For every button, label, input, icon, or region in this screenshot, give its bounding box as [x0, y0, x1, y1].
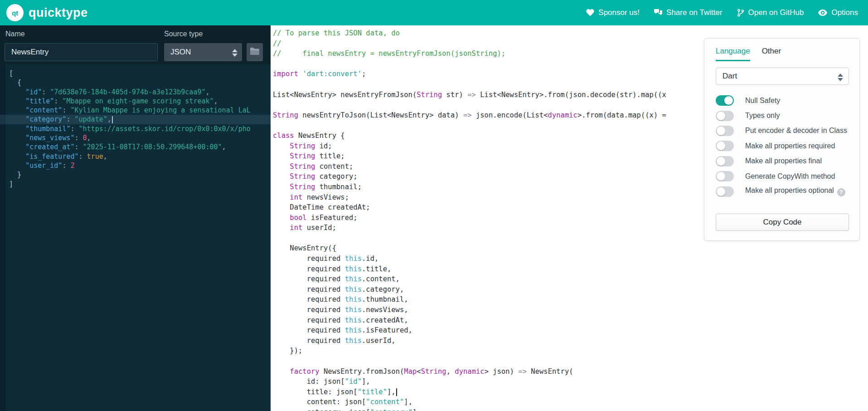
toggle-label: Make all properties optional?	[745, 186, 845, 196]
toggle-row: Null Safety	[716, 93, 852, 108]
toggle-switch[interactable]	[716, 95, 734, 106]
toggle-switch[interactable]	[716, 126, 734, 136]
open-github-button[interactable]: Open on GitHub	[737, 8, 804, 17]
code-line: List<NewsEntry> newsEntryFromJson(String…	[273, 90, 666, 100]
code-line: // To parse this JSON data, do	[273, 28, 666, 39]
help-icon[interactable]: ?	[837, 188, 845, 196]
language-select-value: Dart	[723, 72, 737, 80]
source-type-value: JSON	[170, 48, 191, 56]
toggle-knob	[717, 142, 725, 150]
toggle-knob	[717, 112, 725, 120]
share-twitter-label: Share on Twitter	[666, 8, 722, 17]
tab-language[interactable]: Language	[716, 47, 750, 61]
code-line: int newsViews;	[273, 192, 666, 203]
git-branch-icon	[737, 9, 744, 17]
toggle-row: Make all properties optional?	[716, 184, 852, 199]
code-line: import 'dart:convert';	[273, 69, 666, 79]
text-cursor	[396, 388, 397, 396]
quicktype-logo-icon: qt	[6, 4, 24, 21]
json-line: "thumbnail": "https://assets.skor.id/cro…	[0, 124, 271, 133]
share-icon	[654, 9, 662, 16]
code-line	[273, 59, 666, 69]
toggle-row: Put encoder & decoder in Class	[716, 123, 852, 138]
code-line: required this.newsViews,	[273, 305, 666, 315]
toggle-row: Types only	[716, 108, 852, 123]
app-header: qt quicktype Sponsor us! Share on Twitte…	[0, 0, 868, 25]
json-line: [	[0, 69, 271, 78]
toggle-switch[interactable]	[716, 156, 734, 166]
code-line: required this.userId,	[273, 336, 666, 346]
toggle-label: Make all properties final	[745, 157, 822, 165]
copy-code-button[interactable]: Copy Code	[716, 214, 849, 231]
sponsor-button[interactable]: Sponsor us!	[586, 8, 640, 17]
json-line: "created_at": "2025-11-08T17:08:50.29964…	[0, 142, 271, 152]
heart-icon	[586, 9, 594, 16]
json-source-editor[interactable]: [ { "id": "7d638e76-184b-405d-974b-a3e12…	[0, 64, 271, 411]
sponsor-label: Sponsor us!	[598, 8, 640, 17]
code-line: String thumbnail;	[273, 182, 666, 192]
code-line: class NewsEntry {	[273, 131, 666, 141]
code-line: required this.isFeatured,	[273, 325, 666, 336]
code-line: required this.content,	[273, 274, 666, 284]
name-label: Name	[5, 30, 25, 38]
toggle-knob	[717, 187, 725, 196]
code-line: String title;	[273, 151, 666, 161]
code-line	[273, 233, 666, 244]
open-file-button[interactable]	[247, 43, 263, 61]
toggle-switch[interactable]	[716, 186, 734, 197]
toggle-row: Make all properties required	[716, 138, 852, 153]
quicktype-logo[interactable]: qt quicktype	[6, 4, 88, 21]
brand-title: quicktype	[29, 6, 88, 20]
toggle-knob	[717, 172, 725, 181]
text-cursor	[112, 116, 113, 123]
toggle-row: Generate CopyWith method	[716, 169, 852, 184]
language-options-panel: Language Other Dart Null SafetyTypes onl…	[704, 38, 860, 241]
open-github-label: Open on GitHub	[748, 8, 804, 17]
name-input[interactable]: NewsEntry	[5, 43, 158, 61]
code-line: String content;	[273, 161, 666, 172]
toggle-label: Null Safety	[745, 97, 780, 105]
toggle-switch[interactable]	[716, 111, 734, 121]
header-nav: Sponsor us! Share on Twitter Open on Git…	[586, 0, 858, 25]
code-line: content: json["content"],	[273, 397, 666, 407]
options-button[interactable]: Options	[818, 8, 858, 17]
toggle-switch[interactable]	[716, 141, 734, 151]
input-sidebar: Name NewsEntry Source type JSON [ { "id"…	[0, 25, 271, 411]
share-twitter-button[interactable]: Share on Twitter	[654, 8, 722, 17]
code-line: DateTime createdAt;	[273, 202, 666, 213]
json-line: {	[0, 78, 271, 87]
json-line: "title": "Mbappe on eight-game scoring s…	[0, 97, 271, 106]
folder-icon	[250, 48, 259, 57]
toggle-knob	[717, 127, 725, 135]
code-line	[273, 79, 666, 90]
select-arrows-icon	[838, 73, 843, 81]
code-line: //	[273, 39, 666, 49]
toggle-switch[interactable]	[716, 171, 734, 181]
toggle-label: Generate CopyWith method	[745, 172, 835, 181]
json-source-lines: [ { "id": "7d638e76-184b-405d-974b-a3e12…	[0, 69, 271, 189]
code-line: String newsEntryToJson(List<NewsEntry> d…	[273, 110, 666, 121]
json-line: "news_views": 0,	[0, 133, 271, 142]
json-line: "content": "Kylian Mbappe is enjoying a …	[0, 106, 271, 115]
code-line: int userId;	[273, 223, 666, 233]
code-line	[273, 120, 666, 131]
source-type-select[interactable]: JSON	[164, 43, 242, 61]
code-line: // final newsEntry = newsEntryFromJson(j…	[273, 49, 666, 59]
json-line: ]	[0, 180, 271, 189]
code-line: String category;	[273, 171, 666, 182]
code-line	[273, 100, 666, 110]
options-tabs: Language Other	[716, 47, 781, 61]
code-line: category: json["category"]	[273, 407, 666, 411]
tab-other[interactable]: Other	[762, 47, 781, 61]
code-line: });	[273, 346, 666, 356]
code-line: required this.title,	[273, 264, 666, 274]
json-line: }	[0, 170, 271, 179]
code-line	[273, 356, 666, 367]
code-line: required this.thumbnail,	[273, 294, 666, 305]
code-line: String id;	[273, 141, 666, 152]
json-line: "id": "7d638e76-184b-405d-974b-a3e123b9c…	[0, 88, 271, 97]
language-select[interactable]: Dart	[716, 68, 849, 85]
code-line: id: json["id"],	[273, 377, 666, 387]
toggle-knob	[717, 157, 725, 166]
source-type-label: Source type	[164, 30, 203, 38]
